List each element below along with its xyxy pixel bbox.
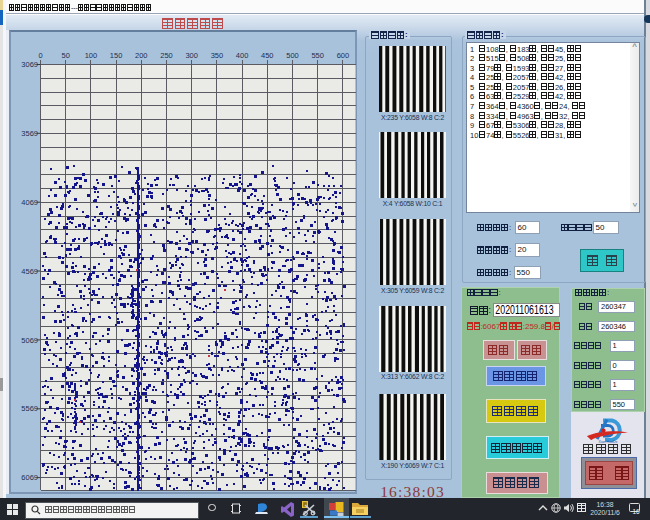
svg-text:4569: 4569 [21, 266, 38, 275]
svg-text:3569: 3569 [21, 128, 38, 137]
svg-text:350: 350 [210, 50, 223, 59]
svg-text:550: 550 [311, 50, 324, 59]
svg-text:0: 0 [38, 50, 42, 59]
svg-text:6069: 6069 [21, 473, 38, 482]
svg-text:600: 600 [336, 50, 349, 59]
svg-text:4069: 4069 [21, 197, 38, 206]
svg-text:5569: 5569 [21, 404, 38, 413]
svg-text:300: 300 [185, 50, 198, 59]
svg-text:50: 50 [61, 50, 69, 59]
svg-text:100: 100 [84, 50, 97, 59]
svg-text:5069: 5069 [21, 335, 38, 344]
svg-text:400: 400 [235, 50, 248, 59]
svg-text:450: 450 [261, 50, 274, 59]
svg-text:3069: 3069 [21, 60, 38, 69]
svg-text:500: 500 [286, 50, 299, 59]
svg-text:250: 250 [160, 50, 173, 59]
svg-text:150: 150 [109, 50, 122, 59]
svg-text:200: 200 [135, 50, 148, 59]
